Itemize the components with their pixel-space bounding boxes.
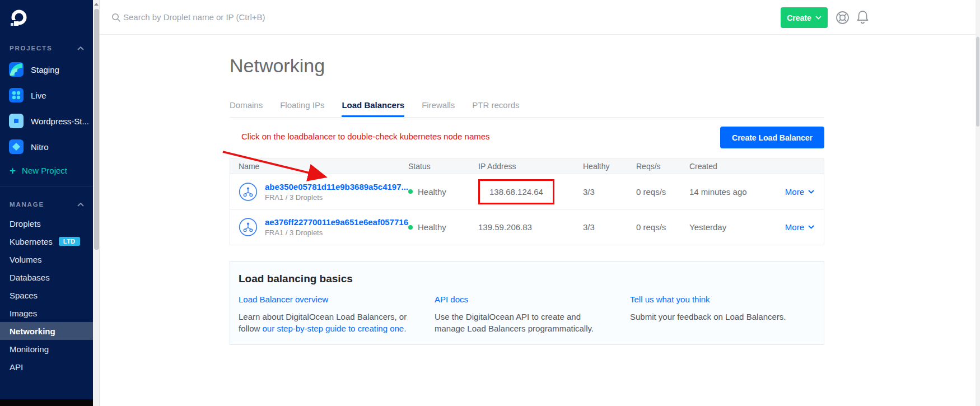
healthy-count: 3/3 bbox=[583, 187, 636, 197]
sidebar-item-label: Monitoring bbox=[10, 344, 49, 354]
created-time: Yesterday bbox=[689, 222, 779, 232]
sidebar-item-monitoring[interactable]: Monitoring bbox=[0, 340, 93, 358]
new-project-label: New Project bbox=[22, 166, 67, 175]
healthy-count: 3/3 bbox=[583, 222, 636, 232]
manage-header-label: MANAGE bbox=[10, 201, 44, 208]
feedback-link[interactable]: Tell us what you think bbox=[630, 295, 710, 304]
ip-highlight-box: 138.68.124.64 bbox=[478, 179, 554, 204]
more-menu-button[interactable]: More bbox=[779, 187, 824, 197]
project-wordpress-icon bbox=[9, 114, 24, 128]
bell-icon[interactable] bbox=[856, 10, 869, 27]
column-header-healthy: Healthy bbox=[583, 162, 636, 171]
sidebar-item-label: Nitro bbox=[31, 142, 49, 152]
status-label: Healthy bbox=[418, 222, 446, 232]
chevron-up-icon bbox=[77, 203, 84, 207]
basics-columns: Load Balancer overview Learn about Digit… bbox=[239, 295, 815, 334]
sidebar-item-label: Live bbox=[31, 91, 46, 100]
healthy-status-dot bbox=[408, 189, 413, 194]
create-button-label: Create bbox=[787, 13, 811, 22]
basics-text: Use the DigitalOcean API to create and m… bbox=[435, 311, 608, 334]
more-label: More bbox=[785, 222, 804, 232]
create-load-balancer-button[interactable]: Create Load Balancer bbox=[720, 127, 824, 148]
page-scrollbar[interactable] bbox=[976, 0, 980, 406]
status-label: Healthy bbox=[418, 187, 446, 197]
load-balancer-subtext: FRA1 / 3 Droplets bbox=[265, 228, 408, 237]
sidebar-item-networking[interactable]: Networking bbox=[0, 322, 93, 340]
page-scrollbar-thumb[interactable] bbox=[976, 37, 979, 127]
sidebar-item-databases[interactable]: Databases bbox=[0, 268, 93, 286]
sidebar-item-spaces[interactable]: Spaces bbox=[0, 286, 93, 304]
projects-list: Staging Live Wordpress-St... Nitro bbox=[0, 59, 93, 157]
sidebar-item-label: Images bbox=[10, 309, 37, 318]
tab-load-balancers[interactable]: Load Balancers bbox=[342, 100, 404, 117]
sidebar-overflow-strip bbox=[0, 399, 93, 406]
load-balancing-basics-panel: Load balancing basics Load Balancer over… bbox=[230, 261, 824, 345]
projects-section-header[interactable]: PROJECTS bbox=[0, 45, 93, 52]
api-docs-link[interactable]: API docs bbox=[435, 295, 468, 304]
more-label: More bbox=[785, 187, 804, 197]
reqs-per-sec: 0 reqs/s bbox=[636, 222, 689, 232]
digitalocean-logo[interactable] bbox=[8, 8, 93, 31]
sidebar-item-label: Wordpress-St... bbox=[31, 116, 89, 126]
project-nitro-icon bbox=[9, 139, 24, 154]
sidebar-divider bbox=[0, 186, 93, 187]
sidebar-item-images[interactable]: Images bbox=[0, 304, 93, 322]
chevron-down-icon bbox=[808, 190, 814, 194]
sidebar-scrollbar[interactable] bbox=[93, 0, 100, 406]
ip-address: 138.68.124.64 bbox=[489, 187, 543, 197]
load-balancer-icon bbox=[239, 216, 258, 239]
column-header-status: Status bbox=[408, 162, 478, 171]
sidebar-item-label: Volumes bbox=[10, 255, 42, 264]
load-balancer-overview-link[interactable]: Load Balancer overview bbox=[239, 295, 328, 304]
sidebar-item-nitro[interactable]: Nitro bbox=[0, 137, 93, 157]
reqs-per-sec: 0 reqs/s bbox=[636, 187, 689, 197]
load-balancer-table: Name Status IP Address Healthy Reqs/s Cr… bbox=[230, 158, 824, 245]
tab-ptr-records[interactable]: PTR records bbox=[472, 100, 519, 117]
basics-column-api: API docs Use the DigitalOcean API to cre… bbox=[435, 295, 630, 334]
help-icon[interactable] bbox=[836, 11, 850, 27]
sidebar-item-api[interactable]: API bbox=[0, 358, 93, 376]
healthy-status-dot bbox=[408, 225, 413, 230]
sidebar-item-volumes[interactable]: Volumes bbox=[0, 250, 93, 268]
content-container: Networking Domains Floating IPs Load Bal… bbox=[230, 35, 824, 345]
manage-section-header[interactable]: MANAGE bbox=[0, 201, 93, 208]
ip-address: 139.59.206.83 bbox=[478, 222, 583, 232]
ltd-badge: LTD bbox=[59, 237, 80, 246]
actions-row: Click on the loadbalancer to double-chec… bbox=[230, 118, 824, 158]
tab-bar: Domains Floating IPs Load Balancers Fire… bbox=[230, 100, 824, 118]
main-content: Networking Domains Floating IPs Load Bal… bbox=[100, 35, 976, 406]
step-by-step-guide-link[interactable]: our step-by-step guide to creating one. bbox=[263, 324, 407, 333]
column-header-reqs: Reqs/s bbox=[636, 162, 689, 171]
scrollbar-thumb[interactable] bbox=[94, 9, 99, 250]
sidebar-item-wordpress[interactable]: Wordpress-St... bbox=[0, 111, 93, 131]
more-menu-button[interactable]: More bbox=[779, 222, 824, 232]
sidebar-item-droplets[interactable]: Droplets bbox=[0, 214, 93, 232]
sidebar-item-label: Kubernetes bbox=[10, 237, 53, 246]
projects-header-label: PROJECTS bbox=[10, 45, 52, 52]
chevron-down-icon bbox=[808, 225, 814, 229]
digitalocean-logo-icon bbox=[8, 8, 29, 29]
tab-firewalls[interactable]: Firewalls bbox=[422, 100, 455, 117]
tab-label: Load Balancers bbox=[342, 100, 404, 110]
sidebar-item-live[interactable]: Live bbox=[0, 85, 93, 105]
create-button[interactable]: Create bbox=[781, 7, 828, 28]
sidebar-item-kubernetes[interactable]: Kubernetes LTD bbox=[0, 232, 93, 250]
project-staging-icon bbox=[9, 62, 24, 77]
tab-label: Domains bbox=[230, 100, 263, 110]
project-live-icon bbox=[9, 88, 24, 102]
tab-floating-ips[interactable]: Floating IPs bbox=[280, 100, 324, 117]
search-input[interactable] bbox=[123, 0, 426, 34]
sidebar-item-label: Spaces bbox=[10, 291, 38, 300]
load-balancer-name-link[interactable]: ae376ff22770011e9a651e6eaf057716 bbox=[265, 217, 408, 227]
sidebar-item-staging[interactable]: Staging bbox=[0, 59, 93, 80]
scrollbar-up-arrow[interactable] bbox=[94, 3, 99, 6]
sidebar-item-label: Databases bbox=[10, 273, 50, 282]
sidebar-item-label: Networking bbox=[10, 326, 55, 336]
manage-list: Droplets Kubernetes LTD Volumes Database… bbox=[0, 214, 93, 376]
created-time: 14 minutes ago bbox=[689, 187, 779, 197]
tab-domains[interactable]: Domains bbox=[230, 100, 263, 117]
load-balancer-name-link[interactable]: abe350e05781d11e9b3689a5c4197... bbox=[265, 182, 408, 192]
search-icon bbox=[111, 13, 121, 25]
table-header-row: Name Status IP Address Healthy Reqs/s Cr… bbox=[230, 159, 824, 174]
new-project-button[interactable]: + New Project bbox=[0, 166, 93, 175]
